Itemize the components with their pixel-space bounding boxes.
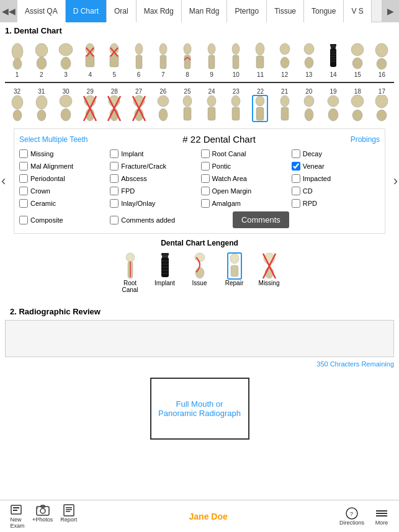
radiographic-review-textarea[interactable] xyxy=(5,320,394,357)
photos-button[interactable]: + +Photos xyxy=(32,504,53,529)
tooth-11[interactable]: 11 xyxy=(249,43,271,78)
select-multiple-link[interactable]: Select Multiple Teeth xyxy=(19,135,88,144)
legend-missing: Missing xyxy=(258,252,280,293)
tooth-7[interactable]: 7 xyxy=(152,43,174,78)
nav-left-arrow[interactable]: ◀◀ xyxy=(0,0,17,22)
nav-right-arrow[interactable]: ▶ xyxy=(382,0,399,22)
bottom-actions: NewExam + +Photos Report xyxy=(10,504,77,529)
tooth-32[interactable]: 32 xyxy=(6,87,29,122)
tooth-14[interactable]: 14 xyxy=(322,43,344,78)
svg-point-26 xyxy=(280,43,290,55)
svg-point-40 xyxy=(375,43,388,57)
tooth-25[interactable]: 25 xyxy=(176,87,199,122)
tooth-3[interactable]: 3 xyxy=(55,43,77,78)
svg-point-45 xyxy=(37,110,46,121)
chart-info-panel: Select Multiple Teeth # 22 Dental Chart … xyxy=(14,128,385,234)
tooth-23[interactable]: 23 xyxy=(225,87,247,122)
tooth-22[interactable]: 22 xyxy=(249,87,271,122)
comments-button[interactable]: Comments xyxy=(233,211,289,228)
directions-icon: ? xyxy=(344,507,359,520)
checkbox-fracture[interactable]: Fracture/Crack xyxy=(110,162,198,171)
checkbox-malalign[interactable]: Mal Alignment xyxy=(19,162,107,171)
tooth-19[interactable]: 19 xyxy=(322,87,344,122)
tab-max-rdg[interactable]: Max Rdg xyxy=(137,0,182,22)
more-button[interactable]: More xyxy=(374,507,389,526)
tooth-18[interactable]: 18 xyxy=(346,87,369,122)
checkbox-missing[interactable]: Missing xyxy=(19,149,107,158)
checkbox-veneer[interactable]: Venear xyxy=(292,162,380,171)
svg-point-2 xyxy=(35,43,48,57)
tooth-4[interactable]: 4 xyxy=(79,43,101,78)
checkbox-rpd[interactable]: RPD xyxy=(292,199,380,208)
tooth-17[interactable]: 17 xyxy=(370,87,393,122)
tooth-30[interactable]: 30 xyxy=(55,87,77,122)
checkbox-composite[interactable]: Composite xyxy=(19,211,107,228)
probings-link[interactable]: Probings xyxy=(351,135,380,144)
panel-right-arrow[interactable]: › xyxy=(393,173,398,189)
tooth-5[interactable]: 5 xyxy=(103,43,125,78)
svg-rect-65 xyxy=(208,107,215,120)
tooth-2[interactable]: 2 xyxy=(30,43,53,78)
svg-rect-116 xyxy=(376,515,387,516)
tooth-13[interactable]: 13 xyxy=(298,43,320,78)
svg-point-71 xyxy=(280,95,289,107)
checkbox-amalgam[interactable]: Amalgam xyxy=(201,199,289,208)
checkbox-ceramic[interactable]: Ceramic xyxy=(19,199,107,208)
svg-point-75 xyxy=(328,95,339,107)
tab-tissue[interactable]: Tissue xyxy=(267,0,304,22)
checkbox-cd[interactable]: CD xyxy=(292,187,380,195)
tab-vs[interactable]: V S xyxy=(344,0,371,22)
svg-point-42 xyxy=(12,95,23,109)
checkbox-implant[interactable]: Implant xyxy=(110,149,198,158)
directions-button[interactable]: ? Directions xyxy=(339,507,364,526)
tooth-9[interactable]: 9 xyxy=(200,43,223,78)
report-button[interactable]: Report xyxy=(60,504,77,529)
tooth-26[interactable]: 26 xyxy=(152,87,174,122)
tab-assist-qa[interactable]: Assist QA xyxy=(17,0,66,22)
tooth-6[interactable]: 6 xyxy=(128,43,150,78)
tooth-10[interactable]: 10 xyxy=(225,43,247,78)
tab-man-rdg[interactable]: Man Rdg xyxy=(182,0,228,22)
more-icon xyxy=(374,507,389,520)
checkbox-abscess[interactable]: Abscess xyxy=(110,174,198,183)
panel-left-arrow[interactable]: ‹ xyxy=(1,173,6,189)
tooth-27[interactable]: 27 xyxy=(128,87,150,122)
checkbox-comments[interactable]: Comments added Comments xyxy=(110,211,289,228)
chart-divider xyxy=(5,82,394,83)
tab-tongue[interactable]: Tongue xyxy=(304,0,344,22)
checkbox-impacted[interactable]: Impacted xyxy=(292,174,380,183)
checkbox-periodontal[interactable]: Periodontal xyxy=(19,174,107,183)
tooth-28[interactable]: 28 xyxy=(103,87,125,122)
chart-info-header: Select Multiple Teeth # 22 Dental Chart … xyxy=(19,134,380,144)
checkbox-rootcanal[interactable]: Root Canal xyxy=(201,149,289,158)
tooth-8[interactable]: 8 xyxy=(176,43,199,78)
tooth-31[interactable]: 31 xyxy=(30,87,53,122)
checkbox-decay[interactable]: Decay xyxy=(292,149,380,158)
checkbox-inlayonlay[interactable]: Inlay/Onlay xyxy=(110,199,198,208)
svg-point-105 xyxy=(40,508,45,513)
tooth-20[interactable]: 20 xyxy=(298,87,320,122)
tab-oral[interactable]: Oral xyxy=(107,0,137,22)
radiograph-upload-box[interactable]: Full Mouth or Panoramic Radiograph xyxy=(150,378,249,440)
checkbox-crown[interactable]: Crown xyxy=(19,187,107,195)
tooth-16[interactable]: 16 xyxy=(370,43,393,78)
legend-section: Dental Chart Lengend Root Canal xyxy=(0,236,399,301)
tooth-1[interactable]: 1 xyxy=(6,43,29,78)
tab-d-chart[interactable]: D Chart xyxy=(66,0,107,22)
checkbox-openmargin[interactable]: Open Margin xyxy=(201,187,289,195)
new-exam-button[interactable]: NewExam xyxy=(10,504,25,529)
tooth-29[interactable]: 29 xyxy=(79,87,101,122)
svg-point-77 xyxy=(351,95,364,107)
svg-rect-25 xyxy=(256,56,264,68)
tooth-12[interactable]: 12 xyxy=(274,43,296,78)
tooth-21[interactable]: 21 xyxy=(274,87,296,122)
checkbox-fpd[interactable]: FPD xyxy=(110,187,198,195)
svg-rect-31 xyxy=(331,47,336,48)
svg-point-64 xyxy=(207,95,216,107)
svg-point-5 xyxy=(61,57,71,69)
checkbox-watcharea[interactable]: Watch Area xyxy=(201,174,289,183)
tooth-15[interactable]: 15 xyxy=(346,43,369,78)
tab-ptertgo[interactable]: Ptertgo xyxy=(227,0,267,22)
checkbox-pontic[interactable]: Pontic xyxy=(201,162,289,171)
tooth-24[interactable]: 24 xyxy=(200,87,223,122)
